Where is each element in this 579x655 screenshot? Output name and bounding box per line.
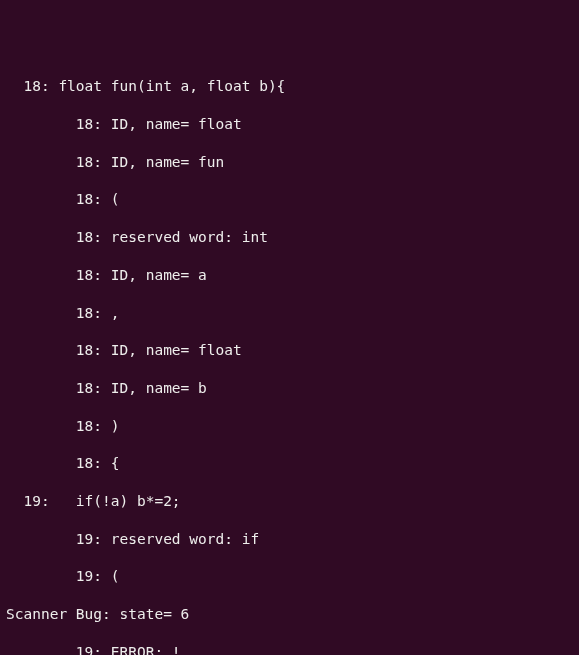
terminal-line: 18: float fun(int a, float b){: [6, 77, 573, 96]
terminal-line: 19: ERROR: !: [6, 643, 573, 655]
terminal-line: 18: ): [6, 417, 573, 436]
terminal-line: 18: ID, name= float: [6, 341, 573, 360]
terminal-line: 18: ID, name= b: [6, 379, 573, 398]
terminal-line: 18: ID, name= float: [6, 115, 573, 134]
terminal-line: 18: {: [6, 454, 573, 473]
terminal-line: 19: if(!a) b*=2;: [6, 492, 573, 511]
terminal-line: 18: ,: [6, 304, 573, 323]
terminal-line: 19: (: [6, 567, 573, 586]
terminal-line: Scanner Bug: state= 6: [6, 605, 573, 624]
terminal-line: 18: reserved word: int: [6, 228, 573, 247]
terminal-line: 18: (: [6, 190, 573, 209]
terminal-line: 18: ID, name= a: [6, 266, 573, 285]
terminal-line: 19: reserved word: if: [6, 530, 573, 549]
terminal-line: 18: ID, name= fun: [6, 153, 573, 172]
